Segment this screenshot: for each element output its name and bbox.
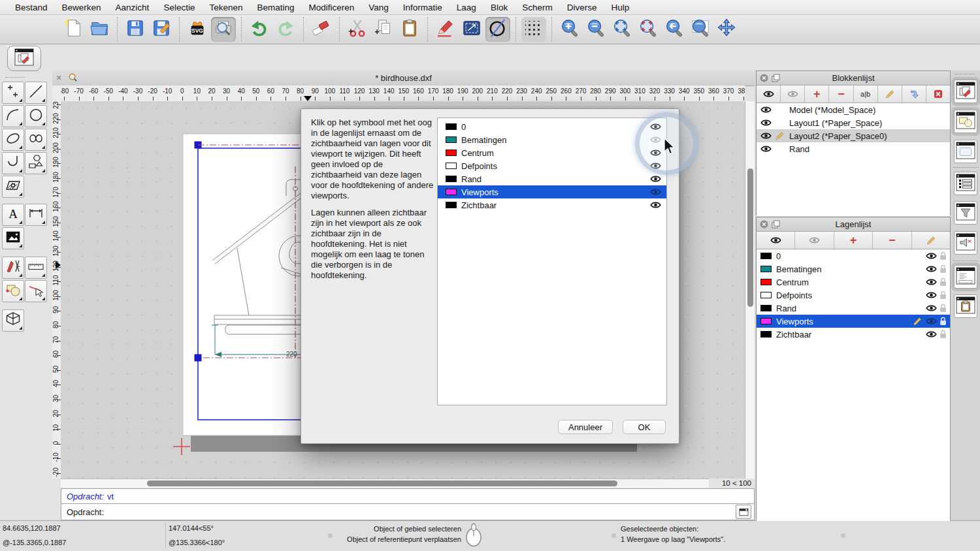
menu-bestand[interactable]: Bestand — [8, 0, 55, 15]
dialog-layer-row-bematingen[interactable]: Bematingen — [438, 133, 666, 146]
dialog-layer-row-defpoints[interactable]: Defpoints — [438, 159, 666, 172]
vertical-scrollbar[interactable] — [745, 101, 755, 479]
visibility-eye-icon[interactable] — [760, 119, 775, 127]
redo-button[interactable] — [273, 17, 298, 42]
horizontal-scrollbar[interactable] — [61, 479, 709, 488]
copy-button[interactable] — [371, 17, 396, 42]
rename-button[interactable]: a|b — [854, 86, 878, 102]
list-palette-button[interactable] — [954, 172, 977, 195]
zoom-window-button[interactable] — [688, 17, 713, 42]
viewport-palette-button[interactable] — [954, 140, 977, 163]
layer-row-zichtbaar[interactable]: Zichtbaar — [757, 328, 950, 341]
filter-palette-button[interactable] — [954, 201, 977, 225]
visibility-eye-icon[interactable] — [650, 188, 661, 196]
lock-icon[interactable] — [939, 291, 947, 300]
lock-icon[interactable] — [939, 277, 947, 287]
layer-row-0[interactable]: 0 — [757, 249, 950, 262]
spline-tool-button[interactable] — [25, 129, 47, 151]
menu-hulp[interactable]: Hulp — [604, 0, 636, 15]
command-input[interactable] — [107, 505, 736, 519]
visibility-eye-icon[interactable] — [926, 265, 937, 273]
measure-area-button[interactable] — [459, 17, 484, 42]
layer-row-bematingen[interactable]: Bematingen — [757, 262, 950, 276]
trim-tool-button[interactable] — [25, 280, 47, 302]
polygon-shapes-tool-button[interactable] — [25, 152, 47, 174]
show-all-eye-button[interactable] — [757, 86, 781, 102]
menu-selectie[interactable]: Selectie — [156, 0, 202, 15]
remove-button[interactable]: − — [873, 232, 911, 249]
visibility-eye-icon[interactable] — [760, 145, 775, 153]
cancel-button[interactable]: Annuleer — [558, 420, 613, 434]
menu-bewerken[interactable]: Bewerken — [55, 0, 108, 15]
draw-pencil-button[interactable] — [433, 17, 458, 42]
dialog-layer-row-rand[interactable]: Rand — [438, 172, 666, 185]
layer-row-rand[interactable]: Rand — [757, 302, 950, 315]
panel-close-icon[interactable] — [760, 220, 768, 228]
ok-button[interactable]: OK — [623, 420, 666, 434]
menu-aanzicht[interactable]: Aanzicht — [108, 0, 157, 15]
block-row-model-model-space[interactable]: Model (*Model_Space) — [757, 103, 950, 116]
tools-palette-button[interactable] — [954, 80, 977, 103]
horizontal-scrollbar-thumb[interactable] — [147, 480, 617, 486]
add-button[interactable]: + — [805, 86, 829, 102]
visibility-eye-icon[interactable] — [650, 175, 661, 183]
zoom-fit-button[interactable] — [610, 17, 634, 42]
cut-button[interactable] — [345, 17, 370, 42]
lock-icon[interactable] — [939, 330, 947, 339]
edit-button[interactable] — [912, 232, 950, 249]
dialog-layer-list[interactable]: 0BematingenCentrumDefpointsRandViewports… — [437, 118, 667, 405]
visibility-eye-icon[interactable] — [926, 304, 937, 312]
visibility-eye-icon[interactable] — [926, 330, 937, 338]
visibility-eye-icon[interactable] — [760, 132, 775, 140]
circle-slash-button[interactable] — [485, 17, 510, 42]
construction-tools-tool-button[interactable] — [2, 257, 24, 279]
lock-icon[interactable] — [939, 304, 947, 313]
eraser-button[interactable] — [309, 17, 334, 42]
shapes-palette-button[interactable] — [954, 110, 977, 133]
menu-scherm[interactable]: Scherm — [515, 0, 560, 15]
import-button[interactable] — [902, 86, 926, 102]
dimension-tool-button[interactable] — [25, 204, 47, 226]
layer-row-defpoints[interactable]: Defpoints — [757, 289, 950, 302]
pan-button[interactable] — [714, 17, 739, 42]
hide-all-eye-button[interactable] — [795, 232, 834, 249]
arc-tool-button[interactable] — [2, 105, 24, 127]
zoom-selection-button[interactable] — [636, 17, 661, 42]
viewport-mode-button[interactable] — [7, 46, 41, 71]
circle-tool-button[interactable] — [25, 105, 47, 127]
remove-button[interactable]: − — [829, 86, 853, 102]
ellipse-tool-button[interactable] — [2, 129, 24, 151]
dialog-layer-row-0[interactable]: 0 — [438, 120, 666, 133]
menu-bemating[interactable]: Bemating — [250, 0, 301, 15]
command-window-button[interactable] — [736, 505, 751, 519]
image-tool-button[interactable] — [2, 227, 24, 249]
menu-informatie[interactable]: Informatie — [396, 0, 449, 15]
plot-palette-button[interactable] — [954, 231, 977, 255]
visibility-eye-icon[interactable] — [926, 252, 937, 260]
dialog-layer-row-viewports[interactable]: Viewports — [438, 185, 666, 198]
shape-combine-tool-button[interactable] — [2, 280, 24, 302]
lock-icon[interactable] — [939, 251, 947, 260]
menu-blok[interactable]: Blok — [483, 0, 515, 15]
block-row-layout2-paper-space0[interactable]: Layout2 (*Paper_Space0) — [757, 129, 950, 142]
visibility-eye-icon[interactable] — [760, 106, 775, 114]
dialog-layer-row-centrum[interactable]: Centrum — [438, 146, 666, 159]
add-button[interactable]: + — [834, 232, 873, 249]
lock-icon[interactable] — [939, 264, 947, 274]
vertical-scrollbar-thumb[interactable] — [747, 168, 753, 307]
zoom-out-button[interactable] — [583, 17, 608, 42]
undo-button[interactable] — [247, 17, 272, 42]
block-row-layout1-paper-space[interactable]: Layout1 (*Paper_Space) — [757, 116, 950, 129]
dialog-layer-row-zichtbaar[interactable]: Zichtbaar — [438, 198, 666, 212]
block-row-rand[interactable]: Rand — [757, 142, 950, 155]
save-button[interactable] — [123, 17, 148, 42]
box-3d-tool-button[interactable] — [2, 309, 24, 332]
panel-close-icon[interactable] — [760, 74, 768, 82]
measure-ruler-tool-button[interactable] — [25, 257, 47, 279]
paste-button[interactable] — [397, 17, 422, 42]
zoom-in-button[interactable] — [557, 17, 582, 42]
hatch-tool-button[interactable] — [2, 176, 24, 198]
new-document-button[interactable] — [61, 17, 86, 42]
visibility-eye-icon[interactable] — [926, 317, 937, 325]
visibility-eye-icon[interactable] — [926, 278, 937, 286]
